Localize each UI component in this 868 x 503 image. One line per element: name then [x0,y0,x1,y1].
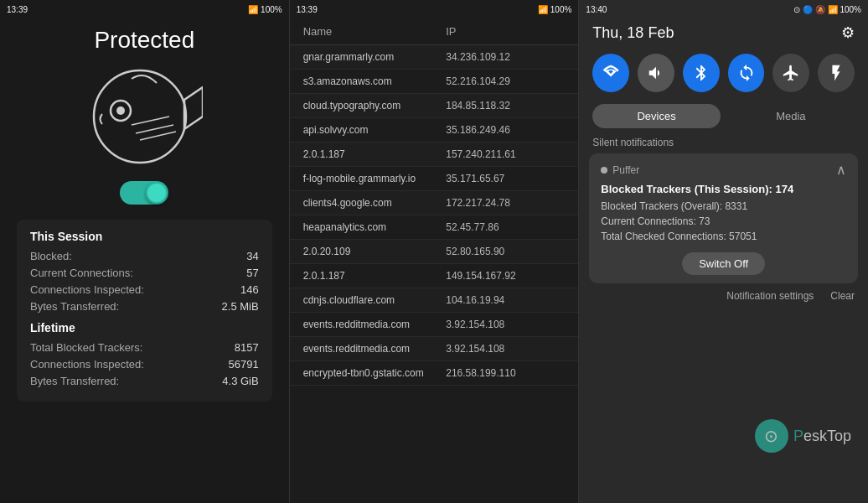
stat-row-bytes: Bytes Transferred: 2.5 MiB [30,300,259,313]
panel-3: 13:40 ⊙ 🔵 🔕 📶 100% Thu, 18 Feb ⚙ Devices… [579,0,868,503]
svg-line-5 [136,125,173,133]
quick-tiles [579,47,868,99]
svg-point-3 [116,106,125,115]
stat-value-blocked: 34 [246,250,258,262]
cell-ip: 34.236.109.12 [446,51,565,63]
status-bar-2: 13:39 📶 100% [290,0,579,18]
cell-name: s3.amazonaws.com [303,75,447,87]
stat-label-total-blocked: Total Blocked Trackers: [30,341,142,354]
watermark-logo: ⊙ [755,419,788,453]
cell-name: api.solvvy.com [303,124,447,136]
stat-value-life-bytes: 4.3 GiB [222,375,258,387]
mute-tile[interactable] [638,54,674,92]
date-label: Thu, 18 Feb [592,24,674,42]
status-time-3: 13:40 [586,5,607,14]
stats-box: This Session Blocked: 34 Current Connect… [17,220,272,402]
vpn-toggle[interactable] [120,181,168,205]
app-name-label: Puffer [612,164,639,176]
stat-value-connections: 57 [246,267,258,279]
stat-value-life-inspected: 56791 [229,358,259,371]
status-bar-1: 13:39 📶 100% [0,0,289,18]
cell-name: clients4.google.com [303,197,447,209]
cell-name: heapanalytics.com [303,221,447,233]
notif-title: Blocked Trackers (This Session): 174 [601,183,846,195]
svg-point-0 [94,70,186,163]
status-time-2: 13:39 [297,5,318,14]
table-row: gnar.grammarly.com34.236.109.12 [290,45,579,70]
wifi-tile[interactable] [592,54,629,92]
stat-value-inspected: 146 [240,283,259,296]
clear-link[interactable]: Clear [830,290,855,302]
app-dot [601,167,607,174]
devices-tab[interactable]: Devices [592,104,720,128]
switch-off-button[interactable]: Switch Off [682,252,765,275]
notif-app-name: Puffer [601,164,639,176]
svg-line-4 [132,117,169,125]
notif-actions: Switch Off [601,252,846,275]
watermark-text: PeskTop [793,428,851,445]
flashlight-tile[interactable] [818,54,855,92]
device-media-tabs: Devices Media [592,104,855,128]
cell-name: events.redditmedia.com [303,319,447,330]
lifetime-title: Lifetime [30,321,259,334]
notif-line-1: Blocked Trackers (Overall): 8331 [601,199,846,214]
stat-row-total-blocked: Total Blocked Trackers: 8157 [30,341,259,354]
status-bar-3: 13:40 ⊙ 🔵 🔕 📶 100% [579,0,868,18]
table-row: 2.0.20.10952.80.165.90 [290,240,579,264]
status-time-1: 13:39 [7,5,28,14]
notif-app-row: Puffer ∧ [601,162,846,178]
cell-ip: 104.16.19.94 [446,294,565,306]
table-row: events.redditmedia.com3.92.154.108 [290,313,579,337]
cell-ip: 52.45.77.86 [446,221,565,233]
table-header: Name IP [290,18,579,45]
status-icons-2: 📶 100% [538,5,571,14]
table-row: s3.amazonaws.com52.216.104.29 [290,70,579,94]
expand-icon[interactable]: ∧ [836,162,846,178]
stat-row-inspected: Connections Inspected: 146 [30,283,259,296]
cell-name: f-log-mobile.grammarly.io [303,173,447,184]
fish-logo [85,62,203,171]
sync-tile[interactable] [728,54,765,92]
cell-ip: 149.154.167.92 [446,270,565,282]
session-title: This Session [30,230,259,243]
stat-label-connections: Current Connections: [30,267,133,279]
col-header-name: Name [303,25,447,38]
cell-name: 2.0.20.109 [303,246,447,257]
silent-notifications-label: Silent notifications [579,133,868,153]
stat-row-life-bytes: Bytes Transferred: 4.3 GiB [30,375,259,387]
cell-ip: 216.58.199.110 [446,367,565,379]
table-row: cdnjs.cloudflare.com104.16.19.94 [290,288,579,313]
stat-value-total-blocked: 8157 [235,341,259,354]
panel-1: 13:39 📶 100% Protected [0,0,289,503]
notification-card: Puffer ∧ Blocked Trackers (This Session)… [589,153,858,283]
stat-row-connections: Current Connections: 57 [30,267,259,279]
settings-icon[interactable]: ⚙ [841,23,855,42]
airplane-tile[interactable] [772,54,809,92]
protected-title: Protected [94,27,194,54]
cell-name: encrypted-tbn0.gstatic.com [303,367,447,379]
media-tab[interactable]: Media [727,104,855,128]
cell-ip: 184.85.118.32 [446,100,565,111]
notification-settings-link[interactable]: Notification settings [726,290,814,302]
p3-header: Thu, 18 Feb ⚙ [579,18,868,47]
cell-ip: 35.186.249.46 [446,124,565,136]
table-row: api.solvvy.com35.186.249.46 [290,118,579,143]
cell-ip: 3.92.154.108 [446,319,565,330]
cell-name: cloud.typography.com [303,100,447,111]
notif-line-3: Total Checked Connections: 57051 [601,229,846,244]
table-row: encrypted-tbn0.gstatic.com216.58.199.110 [290,361,579,386]
cell-ip: 52.80.165.90 [446,246,565,257]
notif-body: Blocked Trackers (Overall): 8331 Current… [601,199,846,244]
connections-table: Name IP gnar.grammarly.com34.236.109.12 … [290,18,579,503]
panel-2: 13:39 📶 100% Name IP gnar.grammarly.com3… [289,0,580,503]
bluetooth-tile[interactable] [683,54,720,92]
cell-ip: 3.92.154.108 [446,343,565,355]
notif-footer: Notification settings Clear [579,283,868,302]
watermark: ⊙ PeskTop [755,419,851,453]
cell-name: events.redditmedia.com [303,343,447,355]
stat-row-life-inspected: Connections Inspected: 56791 [30,358,259,371]
table-row: clients4.google.com172.217.24.78 [290,191,579,215]
stat-row-blocked: Blocked: 34 [30,250,259,262]
cell-name: gnar.grammarly.com [303,51,447,63]
stat-label-blocked: Blocked: [30,250,72,262]
